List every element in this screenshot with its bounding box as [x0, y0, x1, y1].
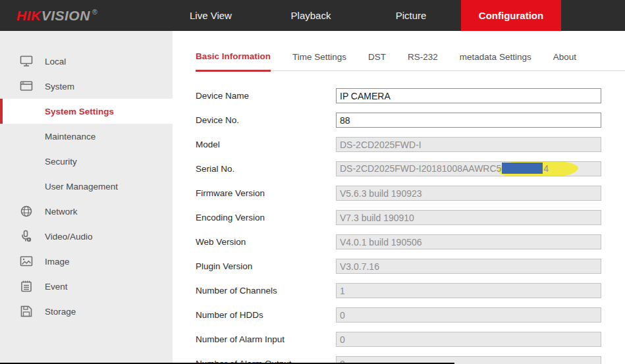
form-row-plugin-version: Plugin Version	[196, 259, 625, 274]
field-label: Number of Alarm Input	[196, 332, 336, 347]
redaction-box	[502, 163, 543, 174]
nav-picture[interactable]: Picture	[361, 0, 461, 31]
web-version-field	[336, 234, 601, 249]
form-row-web-version: Web Version	[196, 234, 625, 249]
field-label: Number of Channels	[196, 283, 336, 298]
field-label: Plugin Version	[196, 259, 336, 274]
number-of-alarm-input-field	[336, 332, 601, 347]
monitor-icon	[20, 55, 33, 68]
sidebar-item-label: System Settings	[45, 107, 114, 117]
sidebar-item-system-settings[interactable]: System Settings	[0, 99, 173, 124]
number-of-hdds-field	[336, 307, 601, 323]
top-navigation: Live View Playback Picture Configuration	[161, 0, 561, 31]
field-label: Device Name	[196, 88, 336, 103]
sidebar-item-security[interactable]: Security	[0, 149, 173, 174]
device-no-input[interactable]	[336, 113, 601, 128]
basic-information-form: Device Name Device No. Model Serial No. …	[196, 88, 625, 364]
field-label: Serial No.	[196, 161, 336, 176]
sidebar-item-video-audio[interactable]: Video/Audio	[0, 224, 173, 249]
form-row-device-name: Device Name	[196, 88, 625, 103]
sidebar-item-system[interactable]: System	[0, 74, 173, 99]
nav-configuration[interactable]: Configuration	[461, 0, 561, 31]
sidebar-item-user-management[interactable]: User Management	[0, 174, 173, 199]
form-row-model: Model	[196, 137, 625, 152]
form-row-number-of-alarm-input: Number of Alarm Input	[196, 332, 625, 347]
floppy-icon	[20, 305, 33, 318]
main-content: Basic Information Time Settings DST RS-2…	[173, 31, 625, 364]
sidebar-item-label: Event	[45, 282, 68, 292]
sidebar-item-label: System	[45, 82, 74, 91]
settings-tabbar: Basic Information Time Settings DST RS-2…	[196, 51, 625, 71]
hikvision-logo: HIKVISION®	[16, 0, 97, 31]
sidebar-item-image[interactable]: Image	[0, 249, 173, 274]
device-name-input[interactable]	[336, 88, 601, 103]
tab-rs232[interactable]: RS-232	[408, 52, 438, 70]
sidebar-item-label: Image	[45, 257, 70, 267]
serial-prefix: DS-2CD2025FWD-I20181008AAWRC5	[340, 163, 501, 174]
field-label: Number of HDDs	[196, 307, 336, 323]
tab-basic-information[interactable]: Basic Information	[196, 51, 271, 72]
field-label: Model	[196, 137, 336, 152]
encoding-version-field	[336, 210, 601, 225]
serial-suffix: 4	[543, 163, 549, 174]
number-of-channels-field	[336, 283, 601, 298]
form-row-number-of-hdds: Number of HDDs	[196, 307, 625, 323]
tab-about[interactable]: About	[553, 52, 576, 70]
registered-mark: ®	[92, 8, 98, 16]
nav-live-view[interactable]: Live View	[161, 0, 261, 31]
sidebar-item-network[interactable]: Network	[0, 199, 173, 224]
sidebar: Local System System Settings Maintenance…	[0, 31, 173, 364]
sidebar-item-storage[interactable]: Storage	[0, 299, 173, 324]
microphone-icon	[20, 230, 33, 243]
clipboard-icon	[20, 280, 33, 293]
sidebar-item-label: Network	[45, 207, 78, 217]
sidebar-item-maintenance[interactable]: Maintenance	[0, 124, 173, 149]
sidebar-item-label: User Management	[45, 182, 118, 192]
sidebar-item-label: Maintenance	[45, 132, 95, 142]
window-icon	[20, 80, 33, 93]
tab-time-settings[interactable]: Time Settings	[292, 52, 346, 70]
form-row-number-of-channels: Number of Channels	[196, 283, 625, 298]
sidebar-item-label: Storage	[45, 307, 76, 317]
plugin-version-field	[336, 259, 601, 274]
field-label: Web Version	[196, 234, 336, 249]
serial-no-field: DS-2CD2025FWD-I20181008AAWRC54	[336, 161, 601, 176]
sidebar-item-event[interactable]: Event	[0, 274, 173, 299]
tab-metadata-settings[interactable]: metadata Settings	[460, 52, 531, 70]
logo-vision: VISION	[41, 8, 90, 24]
field-label: Firmware Version	[196, 186, 336, 201]
form-row-serial-no: Serial No. DS-2CD2025FWD-I20181008AAWRC5…	[196, 161, 625, 176]
sidebar-item-local[interactable]: Local	[0, 49, 173, 74]
field-label: Encoding Version	[196, 210, 336, 225]
field-label: Device No.	[196, 113, 336, 128]
form-row-firmware-version: Firmware Version	[196, 186, 625, 201]
tab-dst[interactable]: DST	[368, 52, 386, 70]
sidebar-item-label: Security	[45, 157, 77, 167]
nav-playback[interactable]: Playback	[261, 0, 361, 31]
picture-icon	[20, 255, 33, 268]
form-row-device-no: Device No.	[196, 113, 625, 128]
sidebar-item-label: Local	[45, 57, 66, 66]
top-bar: HIKVISION® Live View Playback Picture Co…	[0, 0, 625, 31]
logo-hik: HIK	[16, 8, 41, 24]
firmware-version-field	[336, 186, 601, 201]
globe-icon	[20, 205, 33, 218]
sidebar-item-label: Video/Audio	[45, 232, 93, 242]
model-field	[336, 137, 601, 152]
form-row-encoding-version: Encoding Version	[196, 210, 625, 225]
